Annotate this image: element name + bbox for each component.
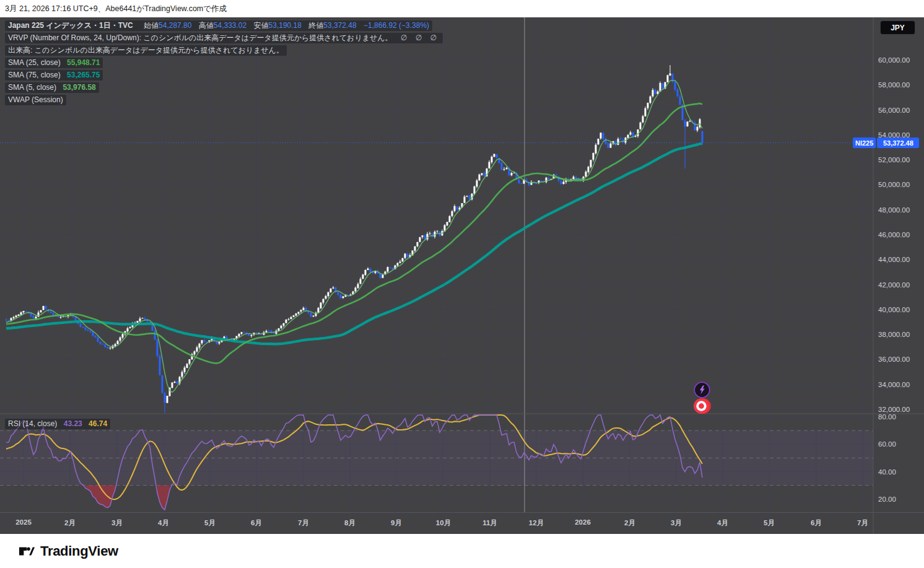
time-axis[interactable]: 20252月3月4月5月6月7月8月9月10月11月12月20262月3月4月5… [0, 512, 924, 534]
tradingview-logo[interactable]: TradingView [19, 543, 118, 559]
price-tick-label: 52,000.00 [878, 155, 910, 164]
attribution-text: 3月 21, 2026 17:16 UTC+9、Abe6441がTradingV… [5, 4, 227, 14]
price-tick-label: 48,000.00 [878, 206, 910, 214]
price-tick-label: 40,000.00 [878, 305, 910, 314]
brand-name: TradingView [40, 543, 118, 559]
candlestick-chart-canvas[interactable] [0, 17, 924, 534]
time-axis-label: 2026 [575, 518, 591, 526]
time-axis-label: 5月 [204, 518, 216, 528]
time-axis-label: 8月 [344, 518, 355, 528]
price-tick-label: 56,000.00 [878, 106, 910, 115]
record-button[interactable] [693, 398, 710, 414]
time-axis-label: 7月 [298, 518, 309, 528]
time-axis-label: 2月 [624, 518, 635, 528]
time-axis-label: 10月 [436, 518, 451, 528]
rsi-tick-label: 80.00 [878, 413, 896, 421]
record-icon [693, 398, 712, 414]
time-axis-label: 2月 [64, 518, 76, 528]
footer: TradingView [0, 534, 924, 568]
currency-toggle-button[interactable]: JPY [880, 20, 915, 35]
time-axis-label: 3月 [671, 518, 682, 528]
time-axis-label: 7月 [857, 518, 868, 528]
chart-area[interactable]: Japan 225 インデックス・1日・TVC 始値54,287.80 高値54… [0, 17, 924, 534]
time-axis-label: 9月 [391, 518, 402, 528]
last-price-badge: NI225 53,372.48 [853, 138, 919, 148]
price-tick-label: 36,000.00 [878, 355, 910, 364]
time-axis-label: 5月 [764, 518, 775, 528]
price-tick-label: 34,000.00 [878, 380, 910, 389]
time-axis-label: 6月 [811, 518, 822, 528]
price-tick-label: 42,000.00 [878, 281, 910, 289]
tradingview-logo-mark [19, 543, 35, 559]
price-tick-label: 38,000.00 [878, 330, 910, 339]
price-tick-label: 46,000.00 [878, 230, 910, 239]
attribution-bar: 3月 21, 2026 17:16 UTC+9、Abe6441がTradingV… [0, 0, 924, 17]
time-axis-label: 11月 [482, 518, 497, 528]
time-axis-label: 4月 [717, 518, 728, 528]
time-axis-label: 6月 [251, 518, 262, 528]
lightning-button[interactable] [694, 382, 710, 398]
price-tick-label: 50,000.00 [878, 180, 910, 189]
price-tick-label: 58,000.00 [878, 81, 910, 89]
price-tick-label: 44,000.00 [878, 255, 910, 264]
rsi-tick-label: 20.00 [878, 495, 896, 504]
last-price-value: 53,372.48 [877, 138, 919, 148]
price-tick-label: 60,000.00 [878, 56, 910, 64]
time-axis-label: 12月 [529, 518, 544, 528]
time-axis-label: 3月 [111, 518, 123, 528]
time-axis-label: 2025 [15, 518, 32, 526]
last-price-symbol: NI225 [853, 138, 876, 148]
rsi-tick-label: 40.00 [878, 468, 896, 476]
time-axis-label: 4月 [158, 518, 169, 528]
lightning-icon [694, 382, 710, 398]
rsi-tick-label: 60.00 [878, 440, 896, 448]
